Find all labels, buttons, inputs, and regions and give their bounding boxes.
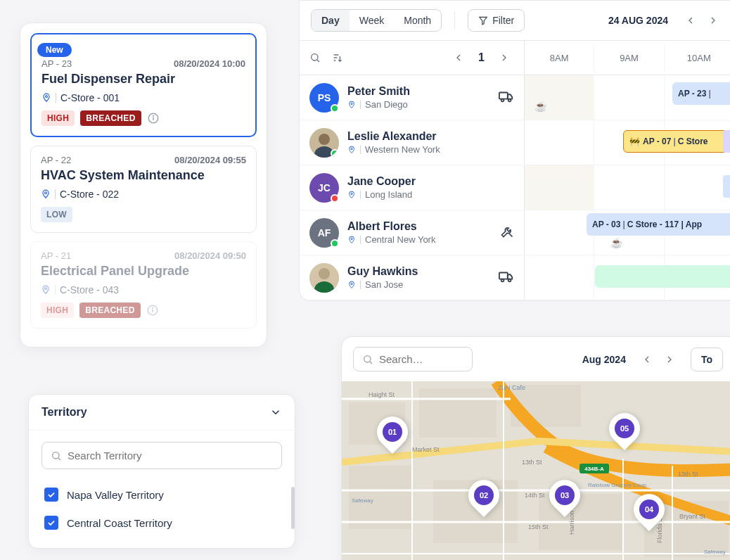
info-icon[interactable]	[146, 304, 159, 317]
time-header: 8AM	[525, 44, 594, 72]
info-icon[interactable]	[147, 112, 160, 125]
map-search[interactable]	[353, 347, 473, 371]
status-dot	[331, 104, 339, 113]
svg-point-29	[319, 268, 330, 279]
map-area[interactable]: 434B-A Haight St Market St 14th St 15th …	[342, 381, 730, 560]
svg-point-9	[53, 452, 59, 458]
avatar: JC	[309, 173, 339, 203]
person-location: Central New York	[365, 234, 435, 245]
page-prev-button[interactable]	[449, 48, 468, 68]
filter-icon	[478, 15, 488, 25]
svg-point-17	[351, 103, 353, 105]
scheduler-panel: Day Week Month Filter 24 AUG 2024	[299, 0, 730, 301]
filter-button[interactable]: Filter	[468, 9, 525, 32]
territory-header[interactable]: Territory	[29, 395, 295, 431]
search-icon	[51, 450, 62, 462]
page-next-button[interactable]	[494, 48, 514, 68]
timeline-bar[interactable]	[723, 130, 730, 153]
scheduler-date: 24 AUG 2024	[608, 15, 668, 26]
territory-item[interactable]: Napa Valley Territory	[41, 481, 282, 509]
svg-line-13	[317, 60, 319, 62]
view-month-button[interactable]: Month	[394, 10, 441, 31]
work-order-id: AP - 23	[41, 58, 72, 69]
svg-line-36	[370, 362, 372, 364]
work-order-location: C-Store - 022	[60, 189, 119, 200]
time-header: 9AM	[594, 44, 664, 72]
timeline-bar[interactable]: AP - 23|	[672, 82, 730, 105]
status-dot	[331, 149, 339, 158]
territory-label: Napa Valley Territory	[67, 489, 164, 501]
pin-icon	[347, 191, 356, 199]
territory-search[interactable]	[41, 442, 282, 469]
avatar: AF	[309, 218, 339, 248]
timeline-bar[interactable]	[595, 265, 730, 288]
svg-point-19	[501, 98, 504, 101]
breached-tag: BREACHED	[79, 303, 140, 318]
date-prev-button[interactable]	[681, 11, 700, 30]
svg-point-5	[45, 288, 47, 290]
today-button[interactable]: To	[691, 348, 723, 371]
scheduler-row: JC Jane Cooper Long Island	[300, 165, 730, 210]
svg-point-31	[351, 283, 353, 285]
pin-icon	[41, 93, 51, 103]
new-badge: New	[37, 43, 72, 57]
view-week-button[interactable]: Week	[350, 10, 395, 31]
avatar	[309, 263, 339, 293]
person-name: Peter Smith	[347, 85, 490, 98]
territory-label: Central Coast Territory	[67, 517, 172, 529]
work-order-date: 08/20/2024 10:00	[174, 58, 245, 69]
checkbox-checked[interactable]	[44, 516, 58, 530]
svg-point-33	[501, 279, 504, 281]
svg-point-24	[351, 148, 353, 150]
map-search-input[interactable]	[379, 353, 463, 365]
svg-rect-18	[499, 92, 508, 98]
map-panel: Aug 2024 To	[341, 336, 730, 560]
map-prev-button[interactable]	[637, 350, 657, 369]
scheduler-row: Guy Hawkins San Jose	[300, 255, 730, 300]
svg-text:434B-A: 434B-A	[584, 466, 604, 472]
sort-icon[interactable]	[332, 52, 343, 63]
truck-icon	[499, 89, 514, 107]
search-icon[interactable]	[309, 52, 321, 63]
time-header: 10AM	[665, 44, 730, 72]
svg-point-35	[364, 355, 371, 362]
svg-rect-32	[499, 272, 508, 279]
status-dot	[331, 194, 339, 203]
person-name: Guy Hawkins	[347, 265, 490, 278]
svg-point-12	[312, 54, 318, 61]
work-orders-panel: New AP - 23 08/20/2024 10:00 Fuel Dispen…	[20, 23, 267, 348]
work-order-card[interactable]: AP - 21 08/20/2024 09:50 Electrical Pane…	[30, 241, 257, 329]
work-order-date: 08/20/2024 09:55	[174, 155, 246, 165]
map-next-button[interactable]	[660, 350, 679, 369]
svg-point-22	[319, 134, 330, 145]
work-order-title: Fuel Dispenser Repair	[41, 72, 245, 87]
timeline-bar[interactable]	[723, 175, 730, 198]
pin-icon	[347, 101, 356, 109]
svg-line-10	[58, 458, 60, 460]
map-background: 434B-A Haight St Market St 14th St 15th …	[342, 381, 730, 560]
person-location: San Jose	[365, 279, 403, 290]
checkbox-checked[interactable]	[44, 488, 58, 502]
priority-tag: LOW	[41, 207, 72, 222]
territory-panel: Territory Napa Valley Territory Central …	[28, 394, 295, 549]
chevron-down-icon	[269, 406, 282, 419]
date-next-button[interactable]	[703, 11, 723, 30]
scheduler-row: PS Peter Smith San Diego ☕ AP - 23|	[300, 75, 730, 120]
territory-item[interactable]: Central Coast Territory	[41, 509, 282, 537]
work-order-card[interactable]: AP - 22 08/20/2024 09:55 HVAC System Mai…	[30, 146, 257, 233]
view-day-button[interactable]: Day	[312, 10, 350, 31]
svg-text:Safeway: Safeway	[352, 497, 373, 504]
work-order-card[interactable]: New AP - 23 08/20/2024 10:00 Fuel Dispen…	[30, 33, 257, 137]
work-order-title: Electrical Panel Upgrade	[41, 264, 246, 279]
breached-tag: BREACHED	[80, 110, 141, 126]
svg-point-20	[508, 98, 511, 101]
territory-search-input[interactable]	[68, 450, 273, 462]
map-date: Aug 2024	[582, 354, 626, 365]
work-order-location: C-Store - 043	[60, 284, 119, 295]
scrollbar[interactable]	[291, 487, 295, 529]
timeline-bar[interactable]: 🚧 AP - 07|C Store	[623, 130, 727, 153]
svg-text:Bryant St: Bryant St	[679, 513, 706, 520]
timeline-bar[interactable]: AP - 03|C Store - 117 | App	[587, 213, 730, 236]
svg-point-4	[45, 192, 47, 194]
svg-text:14th St: 14th St	[525, 492, 545, 499]
